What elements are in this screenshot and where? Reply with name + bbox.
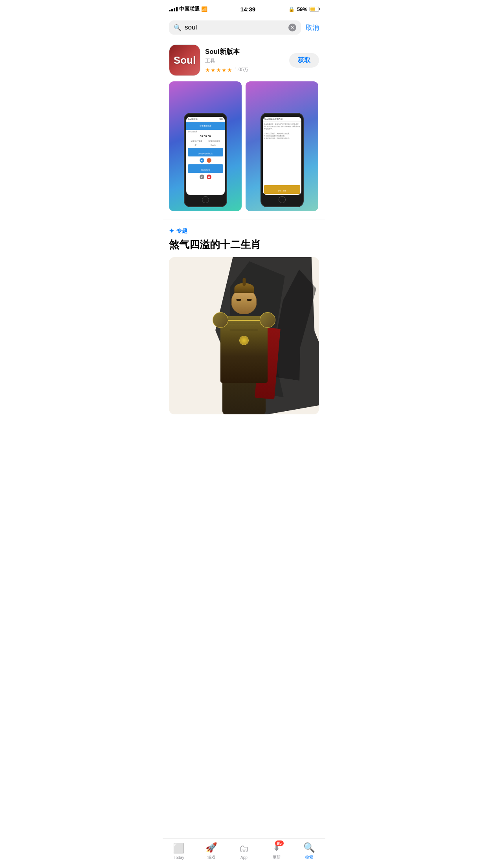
app-icon-text: Soul: [174, 54, 196, 66]
status-bar: 中国联通 📶 14:39 🔒 59%: [163, 0, 325, 17]
get-app-button[interactable]: 获取: [289, 53, 319, 68]
app-category: 工具: [205, 57, 284, 64]
signal-bars-icon: [169, 7, 178, 11]
carrier-label: 中国联通: [179, 6, 200, 13]
screenshot-2[interactable]: Soul新版本-应用介绍 Soul新版本是一款专为GPS位置模拟设计的工具应用，…: [246, 81, 318, 211]
star-4: ★: [222, 67, 227, 73]
screenshot-1[interactable]: Soul新版本返回 设置本地速度 当前运行位置 00:00:00 加速运行速度加…: [169, 81, 242, 211]
clear-search-button[interactable]: ✕: [288, 24, 296, 31]
featured-tag: ✦ 专题: [163, 219, 325, 238]
featured-banner[interactable]: [169, 257, 319, 414]
wifi-icon: 📶: [201, 6, 207, 12]
lock-icon: 🔒: [288, 6, 295, 12]
star-half: ★: [227, 67, 232, 73]
star-2: ★: [211, 67, 216, 73]
battery-icon: [310, 7, 319, 11]
star-1: ★: [205, 67, 210, 73]
character-figure: [201, 265, 287, 414]
star-3: ★: [216, 67, 221, 73]
stars: ★ ★ ★ ★ ★: [205, 67, 232, 73]
app-rating: ★ ★ ★ ★ ★ 1.05万: [205, 66, 284, 73]
featured-title: 煞气四溢的十二生肖: [163, 238, 325, 257]
rating-count: 1.05万: [235, 66, 248, 73]
search-bar: 🔍 soul ✕ 取消: [163, 17, 325, 38]
status-left: 中国联通 📶: [169, 6, 207, 13]
search-query-text: soul: [185, 24, 285, 31]
app-result-card: Soul Soul新版本 工具 ★ ★ ★ ★ ★ 1.05万 获取: [163, 38, 325, 219]
featured-tag-text: 专题: [176, 228, 187, 235]
battery-percent: 59%: [297, 6, 307, 12]
app-store-icon: ✦: [169, 227, 174, 235]
banner-content: [169, 257, 319, 414]
cancel-search-button[interactable]: 取消: [306, 23, 319, 32]
featured-section: ✦ 专题 煞气四溢的十二生肖: [163, 219, 325, 414]
app-meta: Soul新版本 工具 ★ ★ ★ ★ ★ 1.05万: [205, 47, 284, 73]
search-icon: 🔍: [174, 24, 182, 31]
app-info-row: Soul Soul新版本 工具 ★ ★ ★ ★ ★ 1.05万 获取: [169, 44, 319, 76]
app-icon[interactable]: Soul: [169, 44, 200, 76]
status-right: 🔒 59%: [288, 6, 319, 12]
search-input-wrapper[interactable]: 🔍 soul ✕: [169, 20, 301, 35]
screenshots-row[interactable]: Soul新版本返回 设置本地速度 当前运行位置 00:00:00 加速运行速度加…: [169, 81, 319, 213]
app-name: Soul新版本: [205, 47, 284, 56]
status-time: 14:39: [240, 6, 255, 13]
